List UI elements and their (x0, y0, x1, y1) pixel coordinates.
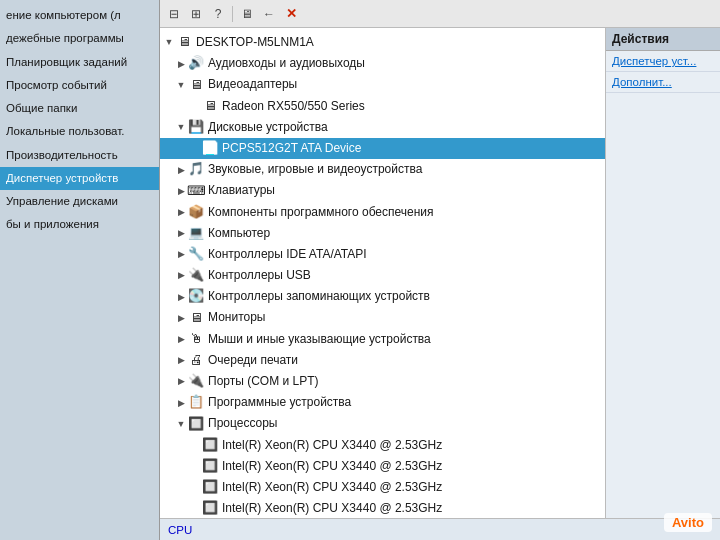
tree-item-disk[interactable]: 💾 Дисковые устройства (160, 117, 605, 138)
tree-item-cpu-1[interactable]: 🔲 Intel(R) Xeon(R) CPU X3440 @ 2.53GHz (160, 456, 605, 477)
expand-software[interactable] (176, 207, 186, 217)
sidebar-label-4: Общие папки (6, 102, 77, 114)
sidebar-item-4[interactable]: Общие папки (0, 97, 159, 120)
expand-ports[interactable] (176, 377, 186, 387)
cpu1-icon: 🔲 (202, 458, 218, 474)
sidebar-item-6[interactable]: Производительность (0, 144, 159, 167)
print-icon: 🖨 (188, 352, 204, 368)
expand-softdev[interactable] (176, 398, 186, 408)
sidebar-item-7[interactable]: Диспетчер устройств (0, 167, 159, 190)
expand-computer[interactable] (176, 228, 186, 238)
toolbar-btn-monitor[interactable]: 🖥 (237, 4, 257, 24)
expand-ide[interactable] (176, 249, 186, 259)
mice-icon: 🖱 (188, 331, 204, 347)
expand-audio[interactable] (176, 59, 186, 69)
tree-item-ide[interactable]: 🔧 Контроллеры IDE ATA/ATAPI (160, 244, 605, 265)
expand-processors[interactable] (176, 419, 186, 429)
tree-item-video[interactable]: 🖥 Видеоадаптеры (160, 74, 605, 95)
tree-label-monitors: Мониторы (208, 308, 601, 327)
tree-root-label: DESKTOP-M5LNM1A (196, 33, 601, 52)
tree-label-processors: Процессоры (208, 414, 601, 433)
tree-label-cpu-2: Intel(R) Xeon(R) CPU X3440 @ 2.53GHz (222, 478, 601, 497)
sidebar-item-5[interactable]: Локальные пользоват. (0, 120, 159, 143)
sidebar-label-1: дежебные программы (6, 32, 124, 44)
tree-label-ide: Контроллеры IDE ATA/ATAPI (208, 245, 601, 264)
toolbar-btn-arrow[interactable]: ← (259, 4, 279, 24)
sidebar-label-8: Управление дисками (6, 195, 118, 207)
expand-video[interactable] (176, 80, 186, 90)
right-panel: Действия Диспетчер уст... Дополнит... (605, 28, 720, 518)
tree-label-pcps: PCPS512G2T ATA Device (222, 139, 601, 158)
tree-item-sound[interactable]: 🎵 Звуковые, игровые и видеоустройства (160, 159, 605, 180)
sidebar-item-0[interactable]: ение компьютером (л (0, 4, 159, 27)
expand-root[interactable] (164, 38, 174, 48)
tree-item-processors[interactable]: 🔲 Процессоры (160, 413, 605, 434)
tree-panel: 🖥 DESKTOP-M5LNM1A 🔊 Аудиовходы и аудиовы… (160, 28, 605, 518)
computer-icon: 🖥 (176, 35, 192, 51)
tree-label-software: Компоненты программного обеспечения (208, 203, 601, 222)
tree-label-usb: Контроллеры USB (208, 266, 601, 285)
sidebar-item-9[interactable]: бы и приложения (0, 213, 159, 236)
right-panel-title: Действия (606, 28, 720, 51)
tree-item-cpu-0[interactable]: 🔲 Intel(R) Xeon(R) CPU X3440 @ 2.53GHz (160, 435, 605, 456)
audio-icon: 🔊 (188, 56, 204, 72)
sound-icon: 🎵 (188, 162, 204, 178)
tree-item-keyboard[interactable]: ⌨ Клавиатуры (160, 180, 605, 201)
expand-storage[interactable] (176, 292, 186, 302)
tree-label-radeon: Radeon RX550/550 Series (222, 97, 601, 116)
tree-label-computer: Компьютер (208, 224, 601, 243)
expand-disk[interactable] (176, 122, 186, 132)
sidebar-label-3: Просмотр событий (6, 79, 107, 91)
tree-item-cpu-2[interactable]: 🔲 Intel(R) Xeon(R) CPU X3440 @ 2.53GHz (160, 477, 605, 498)
sidebar-item-8[interactable]: Управление дисками (0, 190, 159, 213)
tree-item-monitors[interactable]: 🖥 Мониторы (160, 307, 605, 328)
tree-item-softdev[interactable]: 📋 Программные устройства (160, 392, 605, 413)
cpu3-icon: 🔲 (202, 501, 218, 517)
expand-mice[interactable] (176, 334, 186, 344)
right-panel-link-1[interactable]: Дополнит... (606, 72, 720, 93)
sidebar-label-6: Производительность (6, 149, 118, 161)
toolbar-btn-forward[interactable]: ⊞ (186, 4, 206, 24)
disk-icon: 💾 (188, 119, 204, 135)
tree-label-softdev: Программные устройства (208, 393, 601, 412)
tree-item-computer[interactable]: 💻 Компьютер (160, 223, 605, 244)
sidebar-label-9: бы и приложения (6, 218, 99, 230)
expand-monitors[interactable] (176, 313, 186, 323)
tree-label-mice: Мыши и иные указывающие устройства (208, 330, 601, 349)
toolbar-btn-back[interactable]: ⊟ (164, 4, 184, 24)
tree-label-sound: Звуковые, игровые и видеоустройства (208, 160, 601, 179)
tree-item-audio[interactable]: 🔊 Аудиовходы и аудиовыходы (160, 53, 605, 74)
tree-item-pcps[interactable]: 💾 PCPS512G2T ATA Device (160, 138, 605, 159)
tree-item-ports[interactable]: 🔌 Порты (COM и LPT) (160, 371, 605, 392)
tree-item-usb[interactable]: 🔌 Контроллеры USB (160, 265, 605, 286)
tree-item-cpu-3[interactable]: 🔲 Intel(R) Xeon(R) CPU X3440 @ 2.53GHz (160, 498, 605, 518)
sidebar-label-7: Диспетчер устройств (6, 172, 118, 184)
expand-print[interactable] (176, 355, 186, 365)
usb-icon: 🔌 (188, 268, 204, 284)
tree-item-radeon[interactable]: 🖥 Radeon RX550/550 Series (160, 96, 605, 117)
tree-item-print[interactable]: 🖨 Очереди печати (160, 350, 605, 371)
tree-item-storage[interactable]: 💽 Контроллеры запоминающих устройств (160, 286, 605, 307)
expand-keyboard[interactable] (176, 186, 186, 196)
toolbar-btn-help[interactable]: ? (208, 4, 228, 24)
bottom-bar: CPU (160, 518, 720, 540)
sidebar-item-3[interactable]: Просмотр событий (0, 74, 159, 97)
tree-label-audio: Аудиовходы и аудиовыходы (208, 54, 601, 73)
sidebar-item-1[interactable]: дежебные программы (0, 27, 159, 50)
expand-sound[interactable] (176, 165, 186, 175)
tree-label-keyboard: Клавиатуры (208, 181, 601, 200)
tree-root[interactable]: 🖥 DESKTOP-M5LNM1A (160, 32, 605, 53)
tree-label-print: Очереди печати (208, 351, 601, 370)
ide-icon: 🔧 (188, 246, 204, 262)
right-panel-link-0[interactable]: Диспетчер уст... (606, 51, 720, 72)
sidebar-item-2[interactable]: Планировщик заданий (0, 51, 159, 74)
tree-label-cpu-0: Intel(R) Xeon(R) CPU X3440 @ 2.53GHz (222, 436, 601, 455)
tree-item-mice[interactable]: 🖱 Мыши и иные указывающие устройства (160, 329, 605, 350)
toolbar: ⊟ ⊞ ? 🖥 ← ✕ (160, 0, 720, 28)
expand-usb[interactable] (176, 271, 186, 281)
tree-item-software[interactable]: 📦 Компоненты программного обеспечения (160, 202, 605, 223)
toolbar-btn-close[interactable]: ✕ (281, 4, 301, 24)
cpu0-icon: 🔲 (202, 437, 218, 453)
sidebar-label-5: Локальные пользоват. (6, 125, 124, 137)
storage-icon: 💽 (188, 289, 204, 305)
